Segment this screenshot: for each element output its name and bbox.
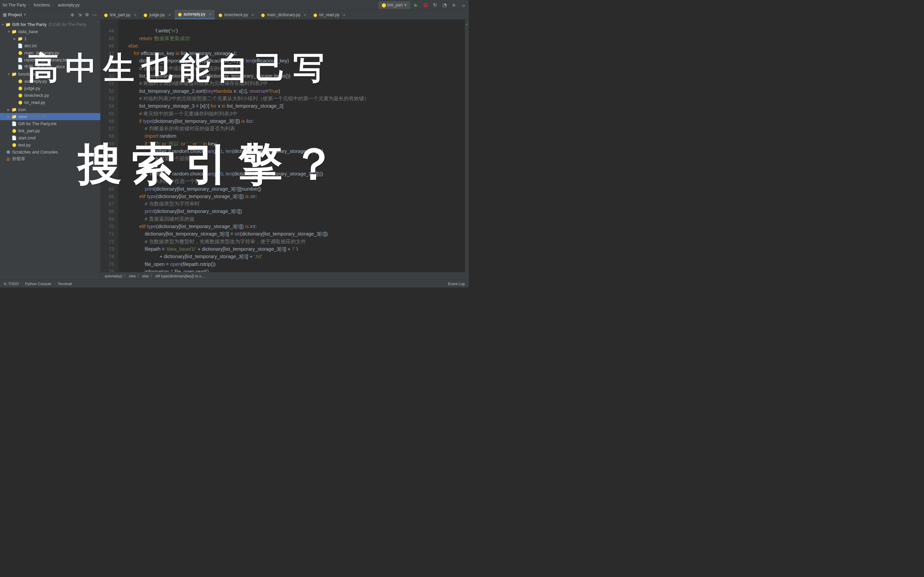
editor-breadcrumb: autoreply()〉 else〉 else〉 elif type(dicti… [101,272,469,279]
editor-tab[interactable]: ⬤main_dictionary.py✕ [258,10,310,19]
editor-tab[interactable]: ⬤judge.py✕ [140,10,174,19]
file-icon: 📄 [11,135,17,141]
editor-tabs: ⬤link_part.py✕⬤judge.py✕⬤autoreply.py✕⬤t… [101,10,469,19]
editor-tab[interactable]: ⬤txt_read.py✕ [310,10,349,19]
python-file-icon: ⬤ [261,13,265,17]
python-icon: ⬤ [381,3,386,7]
close-icon[interactable]: ✕ [134,13,136,17]
checkmark-icon: ✔ [465,21,468,28]
breadcrumb-item[interactable]: for The Party [3,3,26,7]
file-icon: 📄 [18,57,23,63]
file-icon: 📄 [11,121,17,127]
folder-icon: 📁 [5,22,11,27]
tree-item[interactable]: 📄dict.txt [0,42,100,49]
folder-icon: 📁 [11,71,17,77]
top-bar: for The Party 〉 functions 〉 autoreply.py… [0,0,469,10]
more-icon[interactable]: ≡ [451,2,457,8]
target-icon[interactable]: ⊕ [69,12,75,18]
search-icon[interactable]: ⌕ [460,2,466,8]
folder-icon: 📁 [11,107,17,112]
status-eventlog[interactable]: Event Log [448,282,465,286]
file-icon: 📄 [18,43,23,48]
tree-item[interactable]: ⬤link_part.py [0,127,100,134]
project-tree[interactable]: ▼📁 Gift for The Party D:\Gift for The Pa… [0,19,100,279]
editor-tab[interactable]: ⬤timecheck.py✕ [215,10,258,19]
close-icon[interactable]: ✕ [251,13,254,17]
python-file-icon: ⬤ [144,13,147,17]
tree-item[interactable]: 📄replenish_dictionary.txt [0,56,100,63]
minimize-icon[interactable]: — [92,12,98,18]
gear-icon[interactable]: ⚙ [84,12,90,18]
inspection-gutter: ✔ [465,19,469,272]
close-icon[interactable]: ✕ [304,13,306,17]
folder-icon: 📁 [18,36,23,42]
breadcrumb-item[interactable]: functions [34,3,50,7]
editor-area: ⬤link_part.py✕⬤judge.py✕⬤autoreply.py✕⬤t… [101,10,469,279]
chevron-right-icon: 〉 [28,2,32,7]
project-tool-window: ▦ Project ▼ ⊕ ⇲ ⚙ — ▼📁 Gift for The Part… [0,10,101,279]
debug-icon[interactable]: 🐞 [423,2,428,8]
tree-item[interactable]: 📄start.cmd [0,134,100,141]
tree-item[interactable]: ▼📁functions [0,71,100,77]
tree-item[interactable]: ▶📁venvlibrary 根 [0,113,100,120]
close-icon[interactable]: ✕ [209,13,212,16]
python-file-icon: ⬤ [18,79,23,84]
folder-icon: 📁 [11,29,17,34]
coverage-icon[interactable]: ↻ [432,2,438,8]
tree-item[interactable]: 📄Gift for The Party.lnk [0,120,100,127]
run-icon[interactable]: ▶ [414,2,419,8]
file-icon: 📄 [18,64,23,70]
tree-item[interactable]: ⬤txt_read.py [0,99,100,106]
python-file-icon: ⬤ [104,13,108,17]
profile-icon[interactable]: ◔ [442,2,447,8]
chevron-down-icon: ▼ [404,3,407,7]
python-file-icon: ⬤ [18,93,23,98]
editor-tab[interactable]: ⬤link_part.py✕ [101,10,140,19]
code-body[interactable]: f.write('\n') return '数据库更新成功' else: for… [118,19,465,272]
line-gutter: 4445464748495051525354555657585960616263… [101,19,118,272]
tree-external-libs[interactable]: ⊞ 外部库 [0,156,100,163]
breadcrumb-item[interactable]: autoreply.py [58,3,79,7]
python-file-icon: ⬤ [18,50,23,56]
tree-item[interactable]: ▼📁data_base [0,28,100,35]
python-file-icon: ⬤ [218,13,222,17]
tree-item[interactable]: 📄中国...笔记 (高...docx [0,63,100,71]
project-icon: ▦ [3,12,7,17]
python-file-icon: ⬤ [11,128,17,134]
status-terminal[interactable]: Terminal [58,282,72,286]
status-console[interactable]: Python Console [25,282,51,286]
chevron-down-icon[interactable]: ▼ [23,13,27,16]
python-file-icon: ⬤ [18,100,23,105]
tree-item[interactable]: ⬤test.py [0,141,100,148]
tree-item[interactable]: ▶📁icon [0,106,100,113]
status-bar: 6: TODO| Python Console| Terminal Event … [0,279,469,287]
python-file-icon: ⬤ [313,13,317,17]
python-file-icon: ⬤ [11,142,17,148]
tree-item[interactable]: ▶📁1 [0,35,100,42]
run-config-selector[interactable]: ⬤ link_part ▼ [379,2,410,9]
python-file-icon: ⬤ [18,86,23,91]
panel-title[interactable]: Project [8,13,22,17]
scratches-icon: ⬢ [5,150,11,155]
editor-tab[interactable]: ⬤autoreply.py✕ [174,10,215,19]
project-panel-header: ▦ Project ▼ ⊕ ⇲ ⚙ — [0,10,100,19]
tree-item[interactable]: ⬤main_dictionary.py [0,49,100,56]
tree-item[interactable]: ⬤judge.py [0,85,100,92]
close-icon[interactable]: ✕ [168,13,171,17]
tree-root[interactable]: ▼📁 Gift for The Party D:\Gift for The Pa… [0,21,100,28]
code-editor[interactable]: 4445464748495051525354555657585960616263… [101,19,469,272]
tree-item[interactable]: ⬤autoreply.py [0,77,100,85]
main-content: ▦ Project ▼ ⊕ ⇲ ⚙ — ▼📁 Gift for The Part… [0,10,469,279]
breadcrumbs: for The Party 〉 functions 〉 autoreply.py [3,2,379,7]
external-libs-icon: ⊞ [5,156,11,162]
chevron-right-icon: 〉 [52,2,56,7]
tree-item[interactable]: ⬤timecheck.py [0,92,100,99]
close-icon[interactable]: ✕ [343,13,346,17]
folder-icon: 📁 [11,114,17,119]
status-todo[interactable]: 6: TODO [4,282,19,286]
python-file-icon: ⬤ [178,13,182,16]
collapse-icon[interactable]: ⇲ [77,12,83,18]
tree-scratches[interactable]: ⬢ Scratches and Consoles [0,148,100,156]
toolbar-actions: ▶ 🐞 ↻ ◔ ≡ ⌕ [414,2,466,8]
